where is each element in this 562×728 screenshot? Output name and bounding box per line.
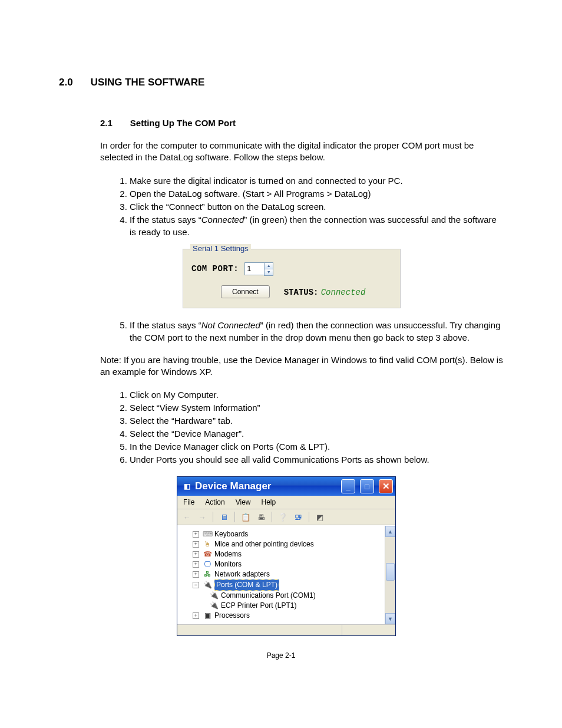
- step-a4: If the status says “Connected” (in green…: [130, 213, 503, 238]
- computer-icon[interactable]: 🖥: [218, 511, 230, 523]
- document-page: 2.0 USING THE SOFTWARE 2.1 Setting Up Th…: [0, 0, 562, 683]
- page-footer: Page 2-1: [59, 651, 503, 660]
- help-icon[interactable]: ❔: [277, 511, 289, 523]
- modem-icon: ☎: [203, 551, 212, 559]
- connect-row: Connect STATUS: Connected: [221, 285, 392, 298]
- ports-icon: 🔌: [203, 581, 212, 589]
- scan-icon[interactable]: 🖳: [292, 511, 304, 523]
- spinner-up-icon[interactable]: ▲: [265, 263, 273, 269]
- tree-label-selected: Ports (COM & LPT): [214, 579, 279, 591]
- subsection-title: Setting Up The COM Port: [130, 118, 236, 128]
- connect-button[interactable]: Connect: [221, 285, 270, 298]
- scroll-track[interactable]: [385, 537, 395, 613]
- step-b5: In the Device Manager click on Ports (Co…: [130, 440, 503, 453]
- com-port-row: COM PORT: ▲ ▼: [191, 262, 392, 276]
- com-port-spinner[interactable]: ▲ ▼: [244, 262, 273, 276]
- serial-settings-panel: Serial 1 Settings COM PORT: ▲ ▼ Connect …: [183, 249, 401, 308]
- app-icon: ◧: [182, 482, 191, 491]
- step-b4: Select the “Device Manager”.: [130, 427, 503, 440]
- tree-item-network[interactable]: + 🖧 Network adapters: [180, 569, 382, 579]
- intro-paragraph: In order for the computer to communicate…: [100, 140, 503, 164]
- steps-list-a-cont: If the status says “Not Connected” (in r…: [112, 319, 503, 344]
- tree-item-processors[interactable]: + ▣ Processors: [180, 611, 382, 621]
- scrollbar[interactable]: ▲ ▼: [385, 526, 395, 624]
- note-paragraph: Note: If you are having trouble, use the…: [100, 354, 503, 378]
- tree-item-com1[interactable]: 🔌 Communications Port (COM1): [180, 591, 382, 601]
- separator-icon: [234, 512, 235, 522]
- com-port-input[interactable]: [244, 262, 264, 275]
- status-value: Connected: [321, 288, 366, 297]
- expand-icon[interactable]: +: [193, 612, 199, 619]
- expand-icon[interactable]: +: [193, 531, 199, 538]
- scroll-up-icon[interactable]: ▲: [385, 526, 395, 537]
- back-icon: ←: [181, 511, 193, 523]
- subsection-number: 2.1: [100, 118, 113, 128]
- menu-action[interactable]: Action: [205, 498, 224, 506]
- menu-help[interactable]: Help: [262, 498, 276, 506]
- step-a5: If the status says “Not Connected” (in r…: [130, 319, 503, 344]
- scroll-thumb[interactable]: [386, 563, 395, 581]
- processor-icon: ▣: [203, 612, 212, 620]
- device-manager-window: ◧ Device Manager _ □ ✕ File Action View …: [177, 476, 396, 636]
- tree-item-lpt1[interactable]: 🔌 ECP Printer Port (LPT1): [180, 601, 382, 611]
- mouse-icon: 🖱: [203, 541, 212, 549]
- com-port-label: COM PORT:: [191, 264, 239, 274]
- status-cell: [342, 625, 395, 635]
- toolbar: ← → 🖥 📋 🖶 ❔ 🖳 ◩: [177, 509, 395, 525]
- forward-icon: →: [196, 511, 208, 523]
- expand-icon[interactable]: +: [193, 541, 199, 548]
- tree-item-mice[interactable]: + 🖱 Mice and other pointing devices: [180, 539, 382, 549]
- menubar: File Action View Help: [177, 496, 395, 509]
- steps-list-b: Click on My Computer. Select “View Syste…: [112, 388, 503, 466]
- minimize-button[interactable]: _: [341, 479, 355, 493]
- expand-icon[interactable]: +: [193, 561, 199, 568]
- section-heading: 2.0 USING THE SOFTWARE: [59, 77, 503, 88]
- status-cell: [177, 625, 342, 635]
- spinner-down-icon[interactable]: ▼: [265, 269, 273, 275]
- uninstall-icon[interactable]: ◩: [314, 511, 326, 523]
- separator-icon: [213, 512, 213, 522]
- status-label: STATUS:: [284, 288, 319, 297]
- step-b3: Select the “Hardware” tab.: [130, 414, 503, 427]
- step-b1: Click on My Computer.: [130, 388, 503, 401]
- serial-legend: Serial 1 Settings: [190, 244, 251, 253]
- port-icon: 🔌: [209, 602, 219, 610]
- steps-list-a: Make sure the digital indicator is turne…: [112, 174, 503, 238]
- print-icon[interactable]: 🖶: [255, 511, 267, 523]
- step-a2: Open the DataLog software. (Start > All …: [130, 187, 503, 200]
- expand-icon[interactable]: +: [193, 551, 199, 558]
- port-icon: 🔌: [209, 592, 219, 600]
- menu-file[interactable]: File: [183, 498, 194, 506]
- window-body: + ⌨ Keyboards + 🖱 Mice and other pointin…: [177, 525, 395, 624]
- step-a1: Make sure the digital indicator is turne…: [130, 174, 503, 187]
- close-button[interactable]: ✕: [379, 479, 393, 493]
- separator-icon: [309, 512, 309, 522]
- titlebar[interactable]: ◧ Device Manager _ □ ✕: [177, 477, 395, 496]
- window-title: Device Manager: [195, 480, 336, 492]
- tree-item-ports[interactable]: − 🔌 Ports (COM & LPT): [180, 579, 382, 591]
- subsection-heading: 2.1 Setting Up The COM Port: [100, 118, 503, 128]
- collapse-icon[interactable]: −: [193, 582, 199, 588]
- section-title: USING THE SOFTWARE: [91, 77, 205, 88]
- step-a3: Click the “Connect” button on the DataLo…: [130, 200, 503, 213]
- monitor-icon: 🖵: [203, 561, 212, 569]
- statusbar: [177, 624, 395, 635]
- section-number: 2.0: [59, 77, 73, 88]
- network-icon: 🖧: [203, 571, 212, 579]
- tree-item-modems[interactable]: + ☎ Modems: [180, 549, 382, 559]
- step-b2: Select “View System Information”: [130, 401, 503, 414]
- expand-icon[interactable]: +: [193, 571, 199, 578]
- keyboard-icon: ⌨: [203, 531, 212, 539]
- step-b6: Under Ports you should see all valid Com…: [130, 453, 503, 466]
- separator-icon: [272, 512, 272, 522]
- maximize-button[interactable]: □: [360, 479, 374, 493]
- device-tree[interactable]: + ⌨ Keyboards + 🖱 Mice and other pointin…: [177, 526, 385, 624]
- scroll-down-icon[interactable]: ▼: [385, 613, 395, 624]
- tree-item-monitors[interactable]: + 🖵 Monitors: [180, 559, 382, 569]
- properties-icon[interactable]: 📋: [240, 511, 252, 523]
- tree-item-keyboards[interactable]: + ⌨ Keyboards: [180, 529, 382, 539]
- menu-view[interactable]: View: [236, 498, 251, 506]
